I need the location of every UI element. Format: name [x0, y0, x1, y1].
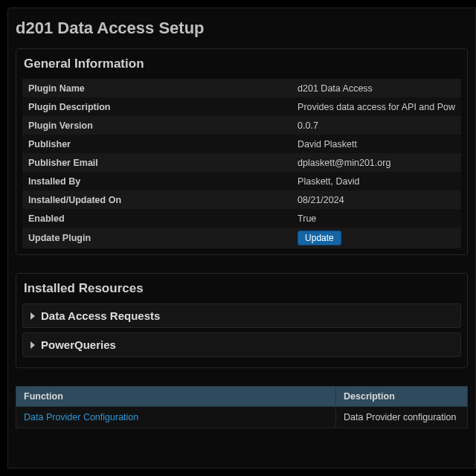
row-plugin-version: Plugin Version 0.0.7	[22, 116, 461, 135]
general-info-box: General Information Plugin Name d201 Dat…	[16, 48, 468, 255]
page-title: d201 Data Access Setup	[8, 19, 475, 48]
label-enabled: Enabled	[22, 209, 292, 228]
page-root: d201 Data Access Setup General Informati…	[0, 0, 476, 469]
installed-resources-heading: Installed Resources	[22, 281, 461, 303]
label-plugin-name: Plugin Name	[22, 79, 292, 97]
value-installed-on: 08/21/2024	[292, 190, 461, 209]
value-plugin-name: d201 Data Access	[292, 79, 461, 97]
row-publisher-email: Publisher Email dplaskett@min201.org	[22, 153, 461, 172]
value-installed-by: Plaskett, David	[292, 172, 461, 190]
accordion-label: Data Access Requests	[41, 309, 160, 322]
row-enabled: Enabled True	[22, 209, 461, 228]
label-plugin-version: Plugin Version	[22, 116, 292, 135]
label-plugin-description: Plugin Description	[22, 97, 292, 116]
row-update-plugin: Update Plugin Update	[22, 228, 461, 248]
function-description: Data Provider configuration	[336, 407, 468, 428]
accordion-data-access-requests: Data Access Requests	[22, 303, 461, 328]
data-provider-config-link[interactable]: Data Provider Configuration	[24, 412, 138, 422]
function-cell: Data Provider Configuration	[16, 407, 336, 428]
general-info-heading: General Information	[22, 57, 461, 79]
row-publisher: Publisher David Plaskett	[22, 135, 461, 153]
main-panel: d201 Data Access Setup General Informati…	[7, 7, 476, 469]
accordion-header-data-access-requests[interactable]: Data Access Requests	[22, 303, 461, 328]
label-publisher: Publisher	[22, 135, 292, 153]
value-plugin-description: Provides data access for API and Pow	[292, 97, 461, 116]
chevron-right-icon	[30, 341, 35, 349]
row-installed-on: Installed/Updated On 08/21/2024	[22, 190, 461, 209]
functions-header-row: Function Description	[16, 387, 468, 407]
value-enabled: True	[292, 209, 461, 228]
value-update-plugin: Update	[292, 228, 461, 248]
functions-table: Function Description Data Provider Confi…	[16, 386, 468, 428]
label-publisher-email: Publisher Email	[22, 153, 292, 172]
functions-header-description: Description	[336, 387, 468, 407]
functions-header-function: Function	[16, 387, 336, 407]
table-row: Data Provider Configuration Data Provide…	[16, 407, 468, 428]
update-button[interactable]: Update	[298, 231, 341, 245]
row-installed-by: Installed By Plaskett, David	[22, 172, 461, 190]
value-plugin-version: 0.0.7	[292, 116, 461, 135]
row-plugin-description: Plugin Description Provides data access …	[22, 97, 461, 116]
chevron-right-icon	[30, 312, 35, 320]
accordion-powerqueries: PowerQueries	[22, 332, 461, 357]
value-publisher-email: dplaskett@min201.org	[292, 153, 461, 172]
general-info-table: Plugin Name d201 Data Access Plugin Desc…	[22, 79, 461, 248]
accordion-header-powerqueries[interactable]: PowerQueries	[22, 332, 461, 357]
label-update-plugin: Update Plugin	[22, 228, 292, 248]
value-publisher: David Plaskett	[292, 135, 461, 153]
label-installed-by: Installed By	[22, 172, 292, 190]
label-installed-on: Installed/Updated On	[22, 190, 292, 209]
installed-resources-box: Installed Resources Data Access Requests…	[16, 273, 468, 368]
row-plugin-name: Plugin Name d201 Data Access	[22, 79, 461, 97]
accordion-label: PowerQueries	[41, 338, 116, 351]
